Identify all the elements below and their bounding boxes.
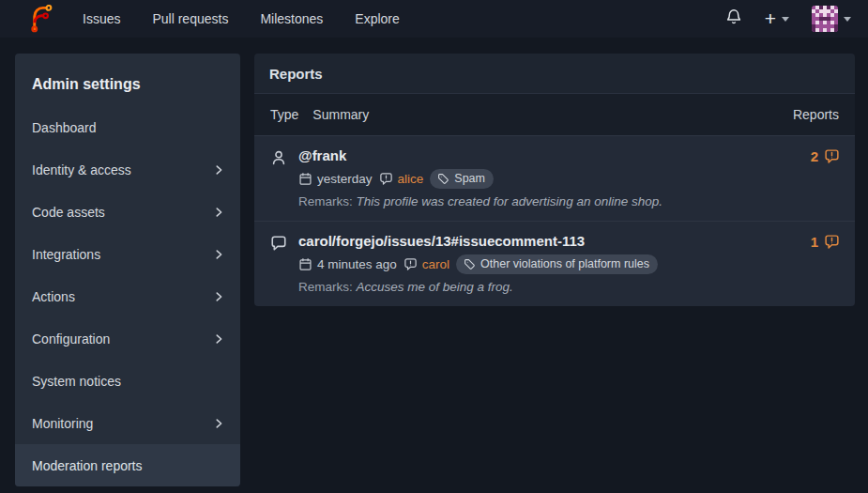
tag-icon [437, 173, 449, 185]
sidebar-item-actions[interactable]: Actions [15, 275, 240, 317]
chevron-right-icon [212, 332, 225, 346]
sidebar-item-label: Configuration [32, 331, 110, 347]
chevron-right-icon [212, 417, 225, 430]
column-header-type: Type [270, 107, 298, 122]
report-target-link[interactable]: carol/forgejo/issues/13#issuecomment-113 [298, 232, 811, 251]
sidebar-item-label: Code assets [32, 205, 105, 220]
reports-table-header: Type Summary Reports [254, 94, 855, 135]
sidebar-item-label: Moderation reports [32, 458, 143, 473]
report-remarks: Remarks: Accuses me of being a frog. [298, 279, 811, 295]
top-nav: Issues Pull requests Milestones Explore … [0, 0, 868, 38]
sidebar-title: Admin settings [15, 54, 240, 106]
bell-icon [725, 8, 742, 29]
forgejo-logo[interactable] [28, 5, 53, 33]
reporter: carol [404, 257, 449, 271]
nav-item-explore[interactable]: Explore [339, 0, 415, 38]
sidebar-item-configuration[interactable]: Configuration [15, 317, 240, 360]
report-meta: 4 minutes ago carol [298, 254, 811, 274]
sidebar-item-monitoring[interactable]: Monitoring [15, 402, 240, 444]
reporter-link[interactable]: alice [398, 172, 424, 186]
reporter-link[interactable]: carol [422, 257, 449, 271]
sidebar-item-label: Monitoring [32, 416, 93, 431]
sidebar-item-label: Integrations [32, 247, 100, 262]
report-row: carol/forgejo/issues/13#issuecomment-113… [254, 221, 855, 306]
report-meta: yesterday alice [298, 169, 811, 189]
report-remarks: Remarks: This profile was created for ad… [298, 193, 811, 209]
report-summary: carol/forgejo/issues/13#issuecomment-113… [298, 232, 811, 295]
sidebar-item-label: Identity & access [32, 162, 131, 177]
report-target-link[interactable]: @frank [298, 146, 811, 165]
nav-links: Issues Pull requests Milestones Explore [67, 0, 416, 38]
avatar-identicon [812, 6, 838, 32]
nav-item-milestones[interactable]: Milestones [244, 0, 339, 38]
admin-sidebar: Admin settings Dashboard Identity & acce… [15, 54, 240, 486]
report-summary: @frank yesterday [298, 146, 811, 209]
category-badge: Spam [430, 169, 494, 189]
sidebar-item-identity-access[interactable]: Identity & access [15, 148, 240, 191]
notifications-button[interactable] [725, 8, 742, 29]
column-header-reports: Reports [793, 107, 839, 122]
user-menu[interactable] [812, 6, 851, 32]
panel-title-text: Reports [269, 66, 323, 82]
panel-title: Reports [254, 54, 855, 94]
category-badge: Other violations of platform rules [456, 254, 658, 274]
chevron-right-icon [212, 290, 225, 303]
sidebar-item-system-notices[interactable]: System notices [15, 360, 240, 402]
column-header-summary: Summary [312, 107, 369, 122]
sidebar-item-dashboard[interactable]: Dashboard [15, 106, 240, 148]
caret-down-icon [782, 17, 789, 22]
report-date: 4 minutes ago [298, 257, 397, 271]
chevron-right-icon [212, 248, 225, 261]
report-bubble-icon [404, 257, 418, 271]
nav-right: + [725, 6, 851, 32]
calendar-icon [298, 172, 312, 186]
comment-icon [270, 232, 298, 255]
report-count: 1 [811, 232, 840, 250]
report-count: 2 [811, 146, 840, 164]
report-bubble-icon [824, 148, 840, 164]
plus-icon: + [765, 10, 776, 27]
sidebar-item-label: Dashboard [32, 120, 97, 135]
nav-item-issues[interactable]: Issues [67, 0, 136, 38]
page-body: Admin settings Dashboard Identity & acce… [0, 38, 868, 486]
user-icon [270, 146, 298, 170]
report-bubble-icon [824, 234, 840, 250]
reporter: alice [379, 172, 424, 186]
chevron-right-icon [212, 206, 225, 219]
report-row: @frank yesterday [254, 135, 855, 221]
report-date: yesterday [298, 172, 373, 186]
calendar-icon [298, 257, 312, 271]
report-bubble-icon [379, 172, 393, 186]
chevron-right-icon [212, 163, 225, 177]
create-new-dropdown[interactable]: + [765, 10, 789, 27]
tag-icon [464, 258, 476, 270]
sidebar-item-moderation-reports[interactable]: Moderation reports [15, 444, 240, 486]
sidebar-item-label: Actions [32, 289, 75, 304]
nav-item-pull-requests[interactable]: Pull requests [136, 0, 244, 38]
sidebar-item-integrations[interactable]: Integrations [15, 233, 240, 275]
sidebar-item-label: System notices [32, 374, 121, 389]
reports-panel: Reports Type Summary Reports @frank [254, 54, 855, 306]
sidebar-item-code-assets[interactable]: Code assets [15, 191, 240, 233]
caret-down-icon [844, 17, 851, 22]
